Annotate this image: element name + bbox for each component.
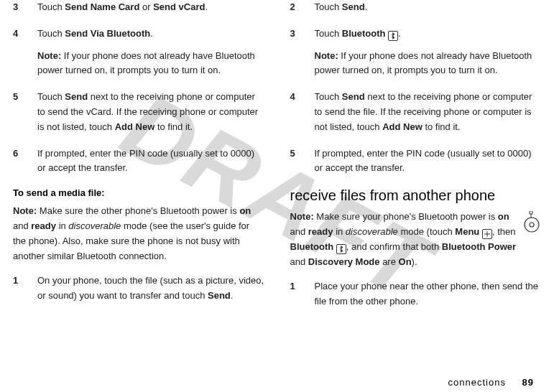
step-number: 4: [290, 90, 300, 134]
italic: discoverable: [346, 226, 398, 237]
step-3: 3 Touch Send Name Card or Send vCard.: [13, 0, 264, 15]
cmd: Add New: [115, 121, 155, 132]
text: are: [380, 256, 399, 267]
text: ).: [412, 256, 417, 267]
svg-rect-0: [530, 211, 532, 214]
step-3: 3 Touch Bluetooth . Note: If your phone …: [290, 27, 542, 78]
step-5: 5 Touch Send next to the receiving phone…: [13, 90, 264, 134]
text: .: [398, 28, 401, 39]
section-title: receive files from another phone: [290, 187, 542, 204]
section-label: connections: [448, 377, 506, 388]
cmd: Send Via Bluetooth: [65, 28, 150, 39]
note-label: Note:: [290, 211, 314, 222]
menu-grid-icon: [482, 229, 492, 239]
bluetooth-icon: [388, 31, 398, 41]
cmd: Send: [342, 1, 365, 12]
page-number: 89: [522, 377, 534, 388]
svg-point-3: [530, 223, 534, 227]
text: Touch: [37, 91, 65, 102]
text: and: [290, 256, 308, 267]
page-footer: connections 89: [448, 377, 534, 388]
bold: on: [498, 211, 509, 222]
text: Touch: [315, 28, 342, 39]
note-label: Note:: [37, 50, 61, 61]
text: .: [365, 1, 368, 12]
step-body: Touch Send next to the receiving phone o…: [37, 90, 264, 134]
note-label: Note:: [315, 50, 338, 61]
step-body: Touch Send.: [315, 0, 542, 15]
cmd: Send: [208, 290, 231, 301]
subheading: To send a media file:: [13, 187, 264, 198]
page-content: 3 Touch Send Name Card or Send vCard. 4 …: [0, 0, 554, 321]
cmd: Menu: [455, 226, 479, 237]
italic: discoverable: [68, 220, 121, 231]
bold: on: [239, 205, 251, 216]
cmd: Send: [65, 91, 88, 102]
step-body: On your phone, touch the file (such as a…: [37, 274, 264, 304]
cmd: On: [399, 256, 412, 267]
note-label: Note:: [13, 205, 37, 216]
text: Touch: [37, 28, 65, 39]
text: .: [150, 28, 153, 39]
text: Make sure the other phone's Bluetooth po…: [37, 205, 239, 216]
media-disc-icon: [522, 211, 541, 238]
step-4: 4 Touch Send next to the receiving phone…: [290, 90, 542, 134]
text: to find it.: [154, 121, 193, 132]
text: Touch: [315, 1, 342, 12]
step-number: 4: [13, 27, 23, 78]
step-body: Touch Send next to the receiving phone o…: [315, 90, 542, 134]
text: to find it.: [423, 121, 461, 132]
text: .: [205, 1, 208, 12]
left-column: 3 Touch Send Name Card or Send vCard. 4 …: [13, 0, 264, 321]
cmd: Discovery Mode: [308, 256, 380, 267]
cmd: Bluetooth: [290, 241, 334, 252]
text: mode (touch: [398, 226, 456, 237]
cmd: Bluetooth: [342, 28, 386, 39]
cmd: Bluetooth Power: [442, 241, 516, 252]
step-body: Touch Send Via Bluetooth. Note: If your …: [37, 27, 264, 78]
step-number: 1: [13, 274, 23, 304]
note-text: If your phone does not already have Blue…: [37, 50, 255, 76]
text: .: [231, 290, 234, 301]
note-text: If your phone does not already have Blue…: [315, 50, 532, 76]
text: , and confirm that both: [346, 241, 442, 252]
step-number: 2: [290, 0, 300, 15]
step-body: Touch Send Name Card or Send vCard.: [37, 0, 264, 15]
step-4: 4 Touch Send Via Bluetooth. Note: If you…: [13, 27, 264, 78]
step-body: Touch Bluetooth . Note: If your phone do…: [315, 27, 542, 78]
step-number: 5: [13, 90, 23, 134]
step-1: 1 Place your phone near the other phone,…: [290, 279, 542, 309]
step-1: 1 On your phone, touch the file (such as…: [13, 274, 264, 304]
text: and: [13, 220, 31, 231]
step-2: 2 Touch Send.: [290, 0, 542, 15]
bluetooth-icon: [336, 244, 346, 254]
step-number: 3: [13, 0, 23, 15]
text: or: [139, 1, 153, 12]
step-5: 5 If prompted, enter the PIN code (usual…: [290, 146, 542, 177]
bold: ready: [308, 226, 333, 237]
note-paragraph: Note: Make sure the other phone's Blueto…: [13, 204, 264, 263]
cmd: Send vCard: [153, 1, 205, 12]
text: Make sure your phone's Bluetooth power i…: [314, 211, 498, 222]
right-column: 2 Touch Send. 3 Touch Bluetooth . Note: …: [290, 0, 542, 321]
svg-point-2: [525, 218, 539, 232]
cmd: Send Name Card: [65, 1, 139, 12]
step-body: If prompted, enter the PIN code (usually…: [315, 146, 542, 177]
step-number: 5: [290, 146, 300, 177]
text: in: [56, 220, 68, 231]
step-body: If prompted, enter the PIN code (usually…: [37, 146, 264, 177]
text: Touch: [315, 91, 342, 102]
cmd: Send: [342, 91, 365, 102]
text: , then: [492, 226, 516, 237]
step-number: 1: [290, 279, 300, 309]
step-number: 3: [290, 27, 300, 78]
step-6: 6 If prompted, enter the PIN code (usual…: [13, 146, 264, 177]
bold: ready: [31, 220, 56, 231]
text: Touch: [37, 1, 65, 12]
step-number: 6: [13, 146, 23, 177]
step-body: Place your phone near the other phone, t…: [315, 279, 542, 309]
text: in: [333, 226, 346, 237]
cmd: Add New: [382, 121, 423, 132]
text: and: [290, 226, 308, 237]
note-paragraph: Note: Make sure your phone's Bluetooth p…: [290, 210, 542, 269]
